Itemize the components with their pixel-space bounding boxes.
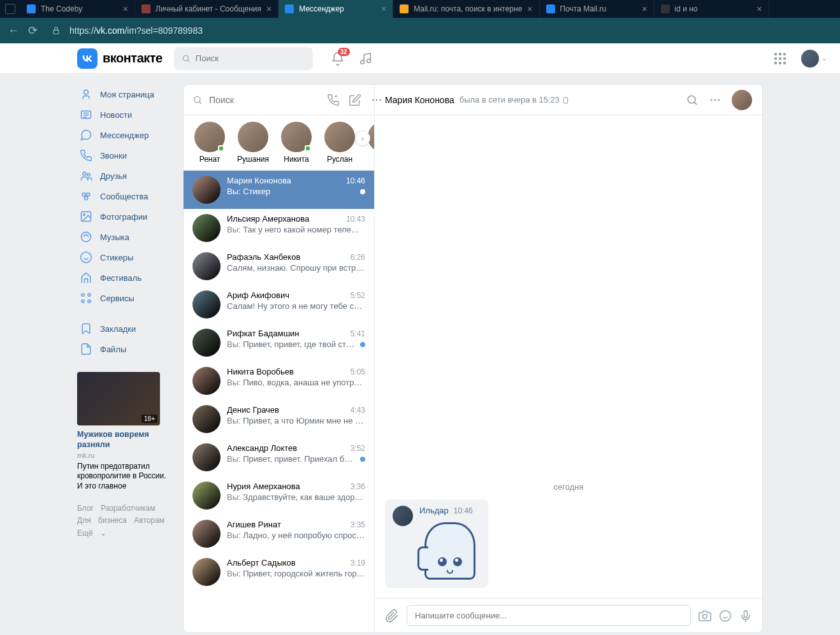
chevron-down-icon: ⌄	[822, 55, 827, 62]
sidebar-toggle-icon[interactable]	[5, 4, 15, 14]
dialog-item[interactable]: Рифкат Бадамшин5:41 Вы: Привет, привет, …	[184, 324, 374, 362]
tab-close-icon[interactable]: ×	[757, 4, 762, 14]
tab-close-icon[interactable]: ×	[123, 4, 128, 14]
svg-point-3	[367, 59, 371, 62]
conv-search-input[interactable]	[209, 95, 321, 105]
mic-button[interactable]	[739, 610, 752, 622]
ad-block[interactable]: 18+ Мужиков вовремя разняли mk.ru Путин …	[77, 372, 173, 491]
camera-button[interactable]	[699, 610, 711, 622]
sidebar-item[interactable]: Новости	[77, 104, 173, 125]
browser-tab[interactable]: id и но×	[655, 0, 769, 18]
story-avatar	[281, 122, 312, 152]
dialog-name: Агишев Ринат	[227, 520, 281, 529]
dialog-time: 10:43	[346, 215, 365, 224]
notifications-button[interactable]: 32	[331, 52, 345, 66]
stickers-icon	[80, 251, 92, 264]
profile-menu[interactable]: ⌄	[801, 50, 827, 68]
vk-logo[interactable]: вконтакте	[77, 48, 163, 69]
svg-point-6	[83, 172, 86, 175]
story[interactable]: Рушания	[236, 122, 270, 164]
tab-title: Почта Mail.ru	[560, 4, 637, 13]
sidebar-item[interactable]: Файлы	[77, 339, 173, 359]
chat-title[interactable]: Мария Кононова	[385, 95, 454, 105]
tab-close-icon[interactable]: ×	[642, 4, 647, 14]
tab-close-icon[interactable]: ×	[527, 4, 532, 14]
dialog-preview: Вы: Так у него какой номер телефона?	[227, 225, 365, 234]
sidebar-item[interactable]: Звонки	[77, 145, 173, 166]
dialog-item[interactable]: Ариф Акифович5:52 Салам! Ну этого я не м…	[184, 285, 374, 324]
svg-point-9	[87, 193, 90, 196]
dialog-item[interactable]: Альберт Садыков3:19 Вы: Привет, городско…	[184, 553, 374, 591]
sidebar-item[interactable]: Фотографии	[77, 206, 173, 227]
sidebar-item-label: Друзья	[100, 171, 127, 181]
stories-next-button[interactable]: ›	[355, 131, 370, 146]
sidebar-item[interactable]: Музыка	[77, 227, 173, 247]
sidebar-item[interactable]: Друзья	[77, 166, 173, 186]
compose-button[interactable]	[349, 94, 361, 106]
sidebar-item[interactable]: Моя страница	[77, 84, 173, 104]
tab-title: Личный кабинет - Сообщения	[156, 4, 261, 13]
sidebar-item[interactable]: Фестиваль	[77, 268, 173, 288]
story[interactable]: Ренат	[192, 122, 227, 164]
dialog-item[interactable]: Александр Локтев3:52 Вы: Привет, привет.…	[184, 438, 374, 476]
tab-close-icon[interactable]: ×	[381, 4, 386, 14]
browser-tab[interactable]: Почта Mail.ru×	[540, 0, 655, 18]
music-button[interactable]	[359, 52, 373, 66]
sidebar-item[interactable]: Стикеры	[77, 247, 173, 268]
sidebar-item-label: Сервисы	[100, 294, 134, 303]
browser-tab[interactable]: Мессенджер×	[279, 0, 393, 18]
footer-link-blog[interactable]: Блог	[77, 504, 94, 513]
vk-header: вконтакте 32 ⌄	[0, 43, 840, 74]
dialog-name: Ильсияр Амерханова	[227, 214, 309, 224]
message-avatar[interactable]	[393, 506, 413, 526]
browser-tab[interactable]: The Codeby×	[20, 0, 135, 18]
header-search[interactable]	[174, 47, 313, 70]
story-name: Ренат	[199, 155, 221, 164]
message-sender[interactable]: Ильдар	[419, 506, 449, 515]
dialog-preview: Вы: Привет, городской житель гор...	[227, 569, 365, 578]
dialog-item[interactable]: Денис Грачев4:43 Вы: Привет, а что Юрмин…	[184, 400, 374, 438]
sidebar-item[interactable]: Мессенджер	[77, 125, 173, 145]
dialog-name: Денис Грачев	[227, 405, 279, 415]
header-search-input[interactable]	[196, 54, 305, 63]
chat-more-button[interactable]	[709, 94, 721, 106]
back-button[interactable]: ←	[8, 24, 19, 38]
chat-status: была в сети вчера в 15:23	[460, 95, 569, 104]
footer-link-auth[interactable]: Авторам	[134, 516, 164, 525]
sidebar-item[interactable]: Сообщества	[77, 186, 173, 206]
dialog-item[interactable]: Рафаэль Ханбеков6:26 Салям, низнаю. Спро…	[184, 247, 374, 285]
emoji-button[interactable]	[719, 610, 732, 622]
browser-tab[interactable]: Личный кабинет - Сообщения×	[135, 0, 279, 18]
sidebar-item-label: Стикеры	[100, 253, 133, 262]
apps-button[interactable]	[774, 53, 786, 64]
svg-point-20	[372, 99, 374, 101]
browser-tab[interactable]: Mail.ru: почта, поиск в интерне×	[393, 0, 539, 18]
footer-link-dev[interactable]: Разработчикам	[101, 504, 155, 513]
chat-peer-avatar[interactable]	[732, 90, 752, 110]
stories-row: РенатРушанияНикитаРусланГу ›	[184, 115, 374, 171]
sidebar-item[interactable]: Закладки	[77, 318, 173, 339]
attach-button[interactable]	[385, 609, 399, 623]
reload-button[interactable]: ⟳	[28, 24, 38, 38]
dialog-item[interactable]: Агишев Ринат3:35 Вы: Ладно, у неё попроб…	[184, 515, 374, 553]
dialog-item[interactable]: Ильсияр Амерханова10:43 Вы: Так у него к…	[184, 209, 374, 247]
tab-close-icon[interactable]: ×	[266, 4, 272, 14]
sidebar-item[interactable]: Сервисы	[77, 288, 173, 308]
browser-tab-bar: The Codeby×Личный кабинет - Сообщения×Ме…	[0, 0, 840, 18]
footer-link-more[interactable]: Ещё ⌄	[77, 529, 106, 538]
dialog-item[interactable]: Никита Воробьев5:05 Вы: Пиво, водка, ана…	[184, 362, 374, 400]
dialog-preview: Вы: Привет, привет. Приехал бы ш...	[227, 454, 356, 464]
dialog-item[interactable]: Мария Кононова10:46 Вы: Стикер	[184, 171, 374, 209]
dialog-name: Рифкат Бадамшин	[227, 329, 300, 338]
dialog-time: 3:19	[351, 559, 365, 567]
url-text[interactable]: https://vk.com/im?sel=809789983	[69, 25, 203, 36]
svg-point-12	[83, 214, 85, 216]
story[interactable]: Никита	[279, 122, 314, 164]
chat-search-button[interactable]	[686, 94, 699, 106]
dialog-item[interactable]: Нурия Амерханова3:36 Вы: Здравствуйте, к…	[184, 476, 374, 515]
news-icon	[80, 108, 92, 121]
new-call-button[interactable]	[327, 94, 340, 106]
footer-link-biz[interactable]: Для бизнеса	[77, 516, 127, 525]
story[interactable]: Руслан	[322, 122, 357, 164]
message-input[interactable]	[407, 605, 691, 626]
